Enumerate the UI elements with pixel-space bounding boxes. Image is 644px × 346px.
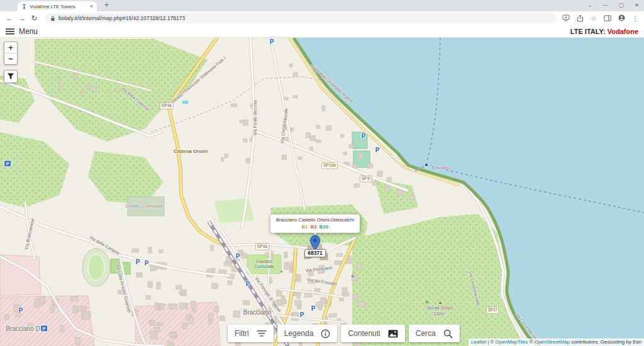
band-badge: B3 <box>311 224 317 230</box>
browser-toolbar: ← → ↻ lteitaly.it/it/internal/map.php#16… <box>0 11 644 25</box>
filter-icon <box>257 329 267 338</box>
attribution-text: | © <box>486 339 496 345</box>
share-icon[interactable] <box>577 14 584 23</box>
attribution-text: contributors, Geocoding by <box>570 339 633 345</box>
menu-label[interactable]: Menu <box>19 27 38 36</box>
site-title: LTE ITALY: Vodafone <box>570 28 638 35</box>
pitch <box>352 132 367 148</box>
attribution-link[interactable]: OpenStreetMap <box>535 339 570 345</box>
attribution-link[interactable]: OpenMapTiles <box>496 339 528 345</box>
app-header: Menu LTE ITALY: Vodafone <box>0 25 644 38</box>
cemetery <box>128 197 164 216</box>
popup-title: Bracciano Castello Orsini-Odescalchi <box>276 217 354 223</box>
tab-favicon-icon <box>21 1 27 12</box>
band-badge: B1 <box>301 224 308 230</box>
meadow <box>214 198 255 223</box>
filter-tool-button[interactable] <box>4 70 18 83</box>
bookmark-star-icon[interactable]: ☆ <box>591 15 596 21</box>
map-decor <box>0 38 644 346</box>
band-badge: B20 <box>319 224 329 230</box>
site-prefix: LTE ITALY: <box>570 28 608 35</box>
browser-tab[interactable]: Vodafone LTE Towers × <box>18 1 97 11</box>
map[interactable]: Cistena OrsiniCimitero ComunaleGiardino … <box>0 38 644 346</box>
toolbar-button-cerca[interactable]: Cerca <box>409 325 460 342</box>
zoom-in-button[interactable]: + <box>4 42 17 53</box>
map-toolbar: FiltriLegendaContenutiCerca <box>228 325 460 342</box>
tab-title: Vodafone LTE Towers <box>30 4 87 9</box>
park <box>247 255 281 274</box>
browser-chrome: Vodafone LTE Towers × + ⌄ — ▢ ✕ ← → ↻ lt… <box>0 0 644 25</box>
side-panel-icon[interactable] <box>604 15 611 22</box>
info-icon <box>321 329 330 338</box>
search-icon <box>443 329 453 338</box>
pink-hatched-zone <box>135 302 220 346</box>
window-minimize-button[interactable]: — <box>602 2 608 8</box>
attribution-link[interactable]: Leaflet <box>471 339 486 345</box>
tab-close-icon[interactable]: × <box>90 4 93 9</box>
toolbar-button-filtri[interactable]: Filtri <box>228 325 274 342</box>
map-canvas[interactable] <box>0 38 644 346</box>
popup-bands: B1B3B20 <box>276 224 354 230</box>
new-tab-button[interactable]: + <box>104 1 109 9</box>
url-text: lteitaly.it/it/internal/map.php#16/42.10… <box>58 15 186 21</box>
page: { "browser": { "tab_title": "Vodafone LT… <box>0 0 644 346</box>
pitch <box>111 259 120 273</box>
toolbar-button-label: Legenda <box>284 329 314 338</box>
address-bar[interactable]: lteitaly.it/it/internal/map.php#16/42.10… <box>45 13 557 23</box>
harbor-icon <box>425 163 428 167</box>
stadium-infield <box>88 254 104 281</box>
tab-search-chevron-icon[interactable]: ⌄ <box>587 2 592 8</box>
image-icon <box>388 330 398 338</box>
forward-button[interactable]: → <box>19 15 26 22</box>
toolbar-button-contenuti[interactable]: Contenuti <box>341 325 404 342</box>
pool <box>182 101 188 104</box>
reload-button[interactable]: ↻ <box>31 15 38 22</box>
back-button[interactable]: ← <box>6 15 13 22</box>
window-maximize-button[interactable]: ▢ <box>619 2 624 8</box>
install-icon[interactable] <box>562 14 570 22</box>
lock-icon <box>50 13 55 24</box>
zoom-out-button[interactable]: − <box>4 53 17 64</box>
profile-avatar-icon[interactable] <box>618 14 625 22</box>
attribution-text: © <box>528 339 534 345</box>
toolbar-button-label: Contenuti <box>348 329 380 338</box>
toolbar-button-label: Cerca <box>416 329 436 338</box>
tab-strip: Vodafone LTE Towers × + ⌄ — ▢ ✕ <box>0 0 644 11</box>
hamburger-icon[interactable] <box>6 26 14 37</box>
zoom-control: + − <box>4 42 18 65</box>
browser-menu-icon[interactable]: ⋮ <box>632 15 639 21</box>
map-popup: Bracciano Castello Orsini-Odescalchi B1B… <box>270 215 360 233</box>
site-brand: Vodafone <box>608 28 638 35</box>
marker-id-label: 68371 <box>304 249 326 257</box>
attribution: Leaflet | © OpenMapTiles © OpenStreetMap… <box>469 338 644 346</box>
window-close-button[interactable]: ✕ <box>635 2 639 8</box>
toolbar-button-legenda[interactable]: Legenda <box>277 325 338 342</box>
funnel-icon <box>7 71 14 82</box>
toolbar-button-label: Filtri <box>235 329 249 338</box>
attribution-text: Esri <box>633 339 641 345</box>
